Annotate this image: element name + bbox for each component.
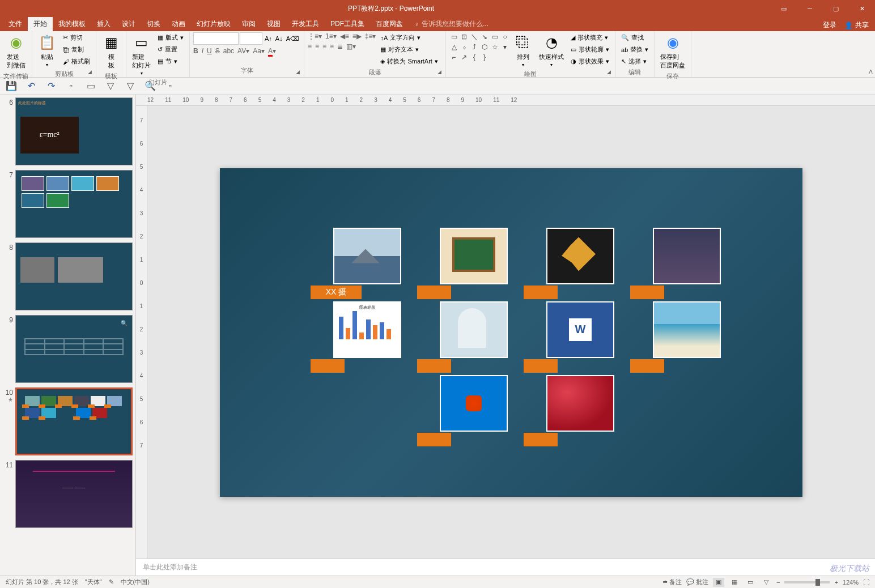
underline-button[interactable]: U xyxy=(207,47,212,55)
clipboard-launcher[interactable]: ◢ xyxy=(88,69,95,76)
bold-button[interactable]: B xyxy=(193,47,198,55)
tab-baidu[interactable]: 百度网盘 xyxy=(370,17,409,31)
align-center-button[interactable]: ≡ xyxy=(315,42,319,50)
shadow-button[interactable]: abc xyxy=(223,47,234,55)
slide-thumb-8[interactable] xyxy=(15,242,133,310)
qat-btn-5[interactable]: ▭ xyxy=(85,80,96,92)
tab-insert[interactable]: 插入 xyxy=(91,17,116,31)
tab-transitions[interactable]: 切换 xyxy=(141,17,166,31)
font-name-combo[interactable] xyxy=(193,32,239,45)
new-slide-button[interactable]: ▭ 新建 幻灯片 ▾ xyxy=(130,32,153,77)
slideshow-view-button[interactable]: ▽ xyxy=(761,578,772,587)
shapes-gallery[interactable]: ▭ ⊡ ＼ ↘ ▭ ○ △ ⬨ ⤴ ⬡ ☆ ▾ ⌐ ↗ { } xyxy=(449,32,509,62)
shape-curve-icon[interactable]: ⤴ xyxy=(470,42,479,52)
slide-image-6[interactable] xyxy=(440,301,519,369)
reading-view-button[interactable]: ▭ xyxy=(745,578,756,587)
redo-button[interactable]: ↷ xyxy=(45,80,57,92)
tab-animations[interactable]: 动画 xyxy=(166,17,191,31)
notes-pane[interactable]: 单击此处添加备注 xyxy=(136,559,875,576)
reset-button[interactable]: ↺重置 xyxy=(155,44,186,55)
shape-arrow-icon[interactable]: ↘ xyxy=(480,32,489,41)
shape-textbox-icon[interactable]: ⊡ xyxy=(460,32,469,41)
arrange-button[interactable]: ⿻ 排列 ▾ xyxy=(512,32,534,69)
shape-effects-button[interactable]: ◑形状效果 ▾ xyxy=(568,56,611,67)
font-color-button[interactable]: A▾ xyxy=(268,47,276,55)
from-beginning-button[interactable]: ▽ xyxy=(105,80,116,92)
close-button[interactable]: ✕ xyxy=(849,0,875,17)
clear-format-icon[interactable]: A⌫ xyxy=(285,35,300,42)
bullets-button[interactable]: ⋮≡▾ xyxy=(308,32,322,40)
replace-button[interactable]: ab替换 ▾ xyxy=(619,44,651,55)
minimize-button[interactable]: ─ xyxy=(797,0,823,17)
vertical-ruler[interactable]: 765432101234567 xyxy=(136,106,147,559)
columns-button[interactable]: ▥▾ xyxy=(346,42,356,50)
tab-review[interactable]: 审阅 xyxy=(236,17,261,31)
slide-canvas-area[interactable]: XX 摄 图表标题 W xyxy=(147,106,875,559)
quick-styles-button[interactable]: ◔ 快速样式 ▾ xyxy=(537,32,566,69)
shape-elbow-icon[interactable]: ⌐ xyxy=(449,53,458,62)
slide-image-1[interactable]: XX 摄 xyxy=(333,228,413,296)
tab-home[interactable]: 开始 xyxy=(28,17,53,31)
change-case-button[interactable]: Aa▾ xyxy=(253,47,265,55)
zoom-level[interactable]: 124% xyxy=(843,579,859,586)
zoom-out-button[interactable]: − xyxy=(776,579,780,586)
shape-brace-icon[interactable]: { xyxy=(470,53,479,62)
zoom-slider[interactable] xyxy=(784,581,830,583)
drawing-launcher[interactable]: ◢ xyxy=(607,69,614,76)
notes-toggle[interactable]: ≐ 备注 xyxy=(662,578,682,586)
shape-oval-icon[interactable]: ○ xyxy=(500,32,509,41)
shape-rarrow-icon[interactable]: ⬨ xyxy=(460,42,469,52)
shape-fill-button[interactable]: ◢形状填充 ▾ xyxy=(568,32,611,43)
font-size-combo[interactable] xyxy=(240,32,262,45)
slide-image-4[interactable] xyxy=(653,228,732,296)
smartart-button[interactable]: ◈转换为 SmartArt ▾ xyxy=(378,56,440,67)
collapse-ribbon-button[interactable]: ᐱ xyxy=(866,66,875,77)
select-button[interactable]: ↖选择 ▾ xyxy=(619,56,651,67)
distribute-button[interactable]: ≣ xyxy=(337,42,343,50)
slide-thumb-10[interactable] xyxy=(15,387,133,455)
copy-button[interactable]: ⿻复制 xyxy=(61,44,92,55)
align-left-button[interactable]: ≡ xyxy=(308,42,312,50)
slide-image-7[interactable]: W xyxy=(546,301,626,369)
slide-thumb-7[interactable] xyxy=(15,170,133,238)
slide-counter[interactable]: 幻灯片 第 10 张，共 12 张 xyxy=(6,578,78,586)
slide-thumbnails-panel[interactable]: 6 此处照片的标题 ε=mc² 7 8 xyxy=(0,95,136,576)
text-direction-button[interactable]: ↕A文字方向 ▾ xyxy=(378,32,440,43)
horizontal-ruler[interactable]: 1211109876543210123456789101112 xyxy=(136,95,875,106)
slide-image-10[interactable] xyxy=(546,375,626,443)
find-button[interactable]: 🔍查找 xyxy=(619,32,651,43)
decrease-indent-button[interactable]: ◀≡ xyxy=(340,32,349,40)
spell-check-icon[interactable]: ✎ xyxy=(109,578,114,586)
strikethrough-button[interactable]: S xyxy=(215,47,220,55)
section-button[interactable]: ▤节 ▾ xyxy=(155,56,186,67)
shape-rect2-icon[interactable]: ▭ xyxy=(490,32,499,41)
increase-font-icon[interactable]: A↑ xyxy=(264,35,273,42)
increase-indent-button[interactable]: ≡▶ xyxy=(352,32,362,40)
shape-more-icon[interactable]: ▾ xyxy=(500,42,509,52)
decrease-font-icon[interactable]: A↓ xyxy=(274,35,284,42)
sorter-view-button[interactable]: ▦ xyxy=(729,578,740,587)
tab-templates[interactable]: 我的模板 xyxy=(53,17,91,31)
shape-rect-icon[interactable]: ▭ xyxy=(449,32,458,41)
tab-design[interactable]: 设计 xyxy=(116,17,141,31)
fit-window-button[interactable]: ⛶ xyxy=(863,579,869,586)
slide-image-3[interactable] xyxy=(546,228,626,296)
format-painter-button[interactable]: 🖌格式刷 xyxy=(61,56,92,67)
slide-image-8[interactable] xyxy=(653,301,732,369)
tell-me-input[interactable]: ♀ 告诉我您想要做什么... xyxy=(409,17,494,31)
justify-button[interactable]: ≡ xyxy=(330,42,334,50)
cut-button[interactable]: ✂剪切 xyxy=(61,32,92,43)
shape-connector-icon[interactable]: ↗ xyxy=(460,53,469,62)
slide-image-5[interactable]: 图表标题 xyxy=(333,301,413,369)
tab-developer[interactable]: 开发工具 xyxy=(286,17,325,31)
comments-toggle[interactable]: 💬 批注 xyxy=(686,578,708,586)
shape-triangle-icon[interactable]: △ xyxy=(449,42,458,52)
login-button[interactable]: 登录 xyxy=(823,20,836,30)
slide-thumb-11[interactable]: ———— ———— xyxy=(15,460,133,528)
undo-button[interactable]: ↶ xyxy=(26,80,37,92)
align-text-button[interactable]: ▦对齐文本 ▾ xyxy=(378,44,440,55)
line-spacing-button[interactable]: ‡≡▾ xyxy=(365,32,376,40)
align-right-button[interactable]: ≡ xyxy=(322,42,326,50)
slide-image-2[interactable] xyxy=(440,228,519,296)
shape-brace2-icon[interactable]: } xyxy=(480,53,489,62)
